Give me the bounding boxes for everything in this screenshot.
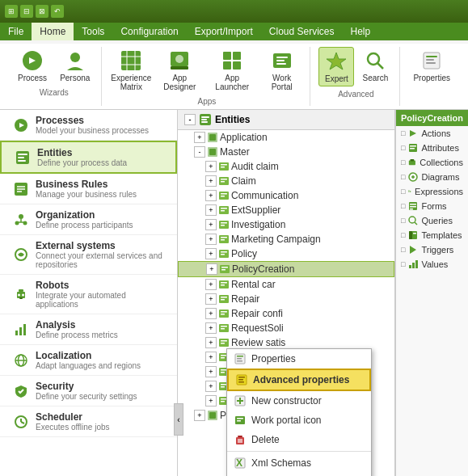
tree-item-repair[interactable]: + Repair bbox=[178, 292, 394, 306]
title-icon-1[interactable]: ⊞ bbox=[5, 5, 18, 18]
ribbon-btn-properties[interactable]: Properties bbox=[408, 47, 455, 85]
tree-item-marketing-campaign[interactable]: + Marketing Campaign bbox=[178, 232, 394, 246]
left-sidebar: Processes Model your business processes … bbox=[0, 110, 178, 476]
sidebar-item-entities[interactable]: Entities Define your process data bbox=[0, 141, 177, 174]
svg-rect-23 bbox=[426, 59, 434, 61]
menu-help[interactable]: Help bbox=[343, 23, 379, 40]
sidebar-item-analysis[interactable]: Analysis Define process metrics bbox=[0, 314, 177, 345]
ribbon-btn-experience-matrix[interactable]: ExperienceMatrix bbox=[110, 47, 152, 94]
apps-buttons: ExperienceMatrix App Designer bbox=[110, 47, 303, 94]
app-designer-label: App Designer bbox=[160, 74, 199, 91]
repair-toggle[interactable]: + bbox=[205, 293, 217, 305]
communication-toggle[interactable]: + bbox=[205, 190, 217, 201]
menu-file[interactable]: File bbox=[0, 23, 32, 40]
tree-item-rental-car[interactable]: + Rental car bbox=[178, 277, 394, 292]
context-menu-advanced-properties[interactable]: Advanced properties bbox=[227, 369, 371, 391]
context-menu-delete[interactable]: Delete bbox=[227, 430, 371, 449]
collapse-sidebar-button[interactable]: ‹ bbox=[174, 403, 178, 436]
svg-rect-101 bbox=[221, 343, 225, 344]
vehicle-toggle[interactable]: + bbox=[205, 381, 217, 392]
svg-rect-11 bbox=[233, 52, 241, 60]
ext-supplier-toggle[interactable]: + bbox=[205, 204, 217, 216]
title-icon-4[interactable]: ↶ bbox=[51, 5, 64, 18]
rp-item-actions[interactable]: □ Actions bbox=[396, 126, 468, 141]
tree-item-repair-confi[interactable]: + Repair confi bbox=[178, 306, 394, 321]
entities-toggle[interactable]: - bbox=[184, 114, 196, 125]
title-icon-3[interactable]: ⊠ bbox=[36, 5, 48, 18]
svg-point-157 bbox=[409, 217, 415, 223]
context-menu-work-portal-icon[interactable]: Work portal icon bbox=[227, 411, 371, 430]
sidebar-item-scheduler[interactable]: Scheduler Executes offline jobs bbox=[0, 406, 177, 437]
svg-rect-74 bbox=[221, 210, 225, 212]
claim-toggle[interactable]: + bbox=[205, 175, 217, 187]
ribbon-btn-persona[interactable]: Persona bbox=[55, 47, 95, 85]
menu-home[interactable]: Home bbox=[32, 23, 74, 40]
request-soli-toggle[interactable]: + bbox=[205, 322, 217, 334]
advanced-group-label: Advanced bbox=[338, 90, 373, 99]
tree-item-application[interactable]: + Application bbox=[178, 130, 394, 145]
ribbon-btn-app-launcher[interactable]: App Launcher bbox=[207, 47, 257, 94]
localization-text: Localization Adapt languages and regions bbox=[36, 350, 141, 370]
master-toggle[interactable]: - bbox=[194, 146, 205, 158]
marketing-campaign-toggle[interactable]: + bbox=[205, 234, 217, 245]
repair-confi-toggle[interactable]: + bbox=[205, 308, 217, 319]
parameter-toggle[interactable]: + bbox=[194, 410, 205, 421]
tree-item-communication[interactable]: + Communication bbox=[178, 188, 394, 203]
sidebar-item-localization[interactable]: Localization Adapt languages and regions bbox=[0, 345, 177, 376]
policy-toggle[interactable]: + bbox=[205, 248, 217, 259]
upgrade-po-toggle[interactable]: + bbox=[205, 366, 217, 377]
svg-rect-107 bbox=[221, 372, 225, 373]
rp-item-collections[interactable]: □ Collections bbox=[396, 155, 468, 170]
localization-subtitle: Adapt languages and regions bbox=[36, 361, 141, 370]
rental-car-icon bbox=[218, 279, 230, 290]
rp-item-forms[interactable]: □ Forms bbox=[396, 199, 468, 213]
tree-item-audit-claim[interactable]: + Audit claim bbox=[178, 159, 394, 174]
vehicle-loca-toggle[interactable]: + bbox=[205, 395, 217, 406]
rp-item-triggers[interactable]: □ Triggers bbox=[396, 242, 468, 257]
rental-car-toggle[interactable]: + bbox=[205, 279, 217, 290]
sidebar-item-robots[interactable]: Robots Integrate your automated applicat… bbox=[0, 275, 177, 314]
application-toggle[interactable]: + bbox=[194, 132, 205, 143]
ext-supplier-label: ExtSupplier bbox=[231, 204, 280, 216]
ribbon-btn-work-portal[interactable]: Work Portal bbox=[260, 47, 303, 94]
investigation-toggle[interactable]: + bbox=[205, 219, 217, 230]
ribbon-btn-app-designer[interactable]: App Designer bbox=[155, 47, 204, 94]
title-bar: ⊞ ⊟ ⊠ ↶ bbox=[0, 0, 468, 23]
rp-item-diagrams[interactable]: □ Diagrams bbox=[396, 170, 468, 184]
tree-item-investigation[interactable]: + Investigation bbox=[178, 217, 394, 232]
rp-item-values[interactable]: □ Values bbox=[396, 257, 468, 272]
audit-claim-toggle[interactable]: + bbox=[205, 161, 217, 172]
svg-line-158 bbox=[415, 222, 417, 225]
rp-item-queries[interactable]: □ Queries bbox=[396, 213, 468, 228]
title-icon-2[interactable]: ⊟ bbox=[20, 5, 33, 18]
sidebar-item-organization[interactable]: Organization Define process participants bbox=[0, 204, 177, 235]
policy-creation-toggle[interactable]: + bbox=[206, 263, 217, 275]
tree-item-ext-supplier[interactable]: + ExtSupplier bbox=[178, 203, 394, 217]
menu-tools[interactable]: Tools bbox=[74, 23, 112, 40]
context-menu-properties[interactable]: Properties bbox=[227, 349, 371, 369]
update-repa-toggle[interactable]: + bbox=[205, 352, 217, 363]
sidebar-item-processes[interactable]: Processes Model your business processes bbox=[0, 110, 177, 141]
sidebar-item-business-rules[interactable]: Business Rules Manage your business rule… bbox=[0, 174, 177, 204]
tree-item-claim[interactable]: + Claim bbox=[178, 174, 394, 188]
rp-item-expressions[interactable]: □ fx Expressions bbox=[396, 184, 468, 199]
ribbon-btn-search[interactable]: Search bbox=[357, 47, 393, 85]
review-satis-toggle[interactable]: + bbox=[205, 337, 217, 348]
tree-item-request-soli[interactable]: + RequestSoli bbox=[178, 321, 394, 335]
context-menu-xml-schemas[interactable]: X Xml Schemas bbox=[227, 453, 371, 473]
sidebar-item-external-systems[interactable]: External systems Connect your external s… bbox=[0, 235, 177, 275]
sidebar-item-security[interactable]: Security Define your security settings bbox=[0, 376, 177, 406]
context-menu-new-constructor[interactable]: New constructor bbox=[227, 391, 371, 411]
tree-item-master[interactable]: - Master bbox=[178, 145, 394, 159]
ribbon-btn-expert[interactable]: Expert bbox=[318, 47, 354, 86]
svg-rect-163 bbox=[409, 265, 411, 268]
tree-item-policy[interactable]: + Policy bbox=[178, 246, 394, 261]
rp-item-attributes[interactable]: □ Attributes bbox=[396, 141, 468, 155]
ribbon-btn-process[interactable]: Process bbox=[13, 47, 52, 85]
menu-configuration[interactable]: Configuration bbox=[112, 23, 186, 40]
rp-item-templates[interactable]: □ Templates bbox=[396, 228, 468, 242]
menu-cloud-services[interactable]: Cloud Services bbox=[261, 23, 343, 40]
context-menu-set-process-entity[interactable]: Set as Process Entity bbox=[227, 473, 371, 476]
menu-export-import[interactable]: Export/Import bbox=[187, 23, 261, 40]
tree-item-policy-creation[interactable]: + PolicyCreation bbox=[178, 261, 394, 277]
